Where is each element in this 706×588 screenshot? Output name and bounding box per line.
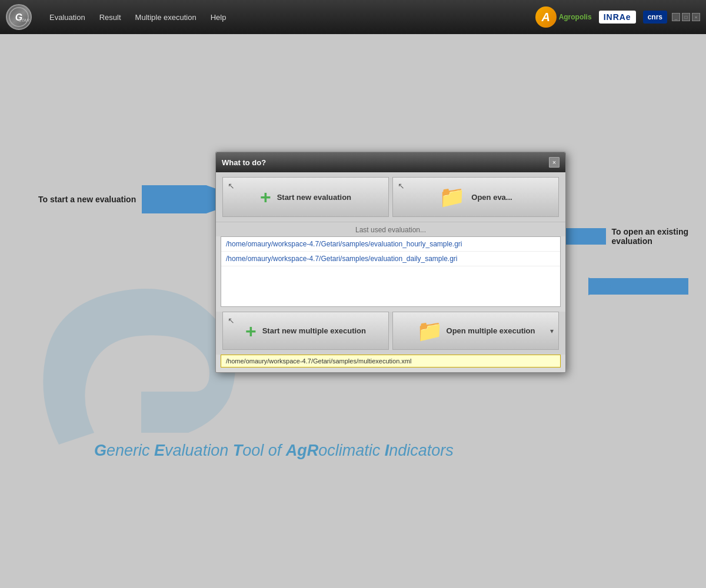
dropdown-arrow-icon: ▾ <box>550 327 554 335</box>
last-used-item-1[interactable]: /home/omaury/workspace-4.7/Getari/sample… <box>221 252 560 266</box>
tagline-g: G <box>94 442 106 459</box>
start-new-eval-label: Start new evaluation <box>277 193 351 202</box>
annotation-right-text: To open an existingevaluation <box>612 227 688 246</box>
agropolis-a-icon: A <box>535 6 557 28</box>
start-new-multiple-label: Start new multiple execution <box>262 326 366 335</box>
start-new-multiple-button[interactable]: ↖ + Start new multiple execution <box>222 312 389 350</box>
last-used-header: Last used evaluation... <box>216 222 565 236</box>
menubar: G ETARI Evaluation Result Multiple execu… <box>0 0 706 34</box>
last-used-item-0[interactable]: /home/omaury/workspace-4.7/Getari/sample… <box>221 237 560 252</box>
last-used-list: /home/omaury/workspace-4.7/Getari/sample… <box>221 236 561 307</box>
tagline: Generic Evaluation Tool of AgRoclimatic … <box>94 442 454 460</box>
tagline-valuation: valuation <box>165 442 233 459</box>
arrow-bottom-left-icon <box>588 272 688 300</box>
menu-evaluation[interactable]: Evaluation <box>44 11 91 24</box>
app-logo: G ETARI <box>6 4 32 30</box>
tooltip-container: /home/omaury/workspace-4.7/Getari/sample… <box>221 355 561 368</box>
minimize-button[interactable]: _ <box>672 13 680 21</box>
inrae-logo: INRAe <box>599 11 636 24</box>
tagline-ag: Ag <box>286 442 307 459</box>
main-area: Generic Evaluation Tool of AgRoclimatic … <box>0 34 706 588</box>
tagline-e: E <box>154 442 165 459</box>
open-multiple-label: Open multiple execution <box>447 326 535 335</box>
dialog-top-buttons: ↖ + Start new evaluation ↖ 📁 Open eva... <box>216 172 565 222</box>
annotation-left: To start a new evaluation <box>38 185 242 213</box>
menu-items: Evaluation Result Multiple execution Hel… <box>44 11 535 24</box>
start-new-evaluation-button[interactable]: ↖ + Start new evaluation <box>222 177 389 217</box>
svg-text:ETARI: ETARI <box>19 18 29 22</box>
tagline-t: T <box>233 442 243 459</box>
tagline-oclimatic: oclimatic <box>318 442 385 459</box>
dialog-close-button[interactable]: × <box>549 157 560 168</box>
header-logos: A Agropolis INRAe cnrs <box>535 6 667 28</box>
dialog-title: What to do? <box>222 158 266 167</box>
folder-icon-2: 📁 <box>417 320 443 342</box>
maximize-button[interactable]: □ <box>682 13 690 21</box>
tooltip-box: /home/omaury/workspace-4.7/Getari/sample… <box>221 355 561 368</box>
plus-icon: + <box>260 188 271 206</box>
annotation-bottom-right <box>588 272 688 300</box>
tagline-eneric: eneric <box>106 442 154 459</box>
tagline-ool: ool of <box>242 442 286 459</box>
open-eval-label: Open eva... <box>471 193 512 202</box>
what-to-do-dialog: What to do? × ↖ + Start new evaluation ↖… <box>215 152 566 373</box>
cursor-icon-3: ↖ <box>228 316 235 325</box>
open-multiple-button[interactable]: 📁 Open multiple execution ▾ <box>392 312 559 350</box>
cursor-icon: ↖ <box>228 181 235 191</box>
menu-help[interactable]: Help <box>205 11 232 24</box>
window-controls: _ □ × <box>672 13 700 21</box>
tagline-ndicators: ndicators <box>389 442 454 459</box>
dialog-titlebar: What to do? × <box>216 152 565 172</box>
menu-result[interactable]: Result <box>94 11 127 24</box>
dialog-bottom-buttons: ↖ + Start new multiple execution 📁 Open … <box>216 312 565 355</box>
folder-icon: 📁 <box>439 186 465 208</box>
agropolis-logo: A Agropolis <box>535 6 592 28</box>
menu-multiple-execution[interactable]: Multiple execution <box>129 11 202 24</box>
annotation-left-text: To start a new evaluation <box>38 195 136 204</box>
open-evaluation-button[interactable]: ↖ 📁 Open eva... <box>392 177 559 217</box>
cursor-icon-2: ↖ <box>398 181 405 191</box>
cnrs-logo: cnrs <box>643 11 667 24</box>
agropolis-text: Agropolis <box>559 13 592 21</box>
tagline-r: R <box>307 442 319 459</box>
logo-circle: G ETARI <box>6 4 32 30</box>
background-watermark <box>24 280 247 459</box>
close-button[interactable]: × <box>692 13 700 21</box>
plus-icon-2: + <box>245 322 257 340</box>
